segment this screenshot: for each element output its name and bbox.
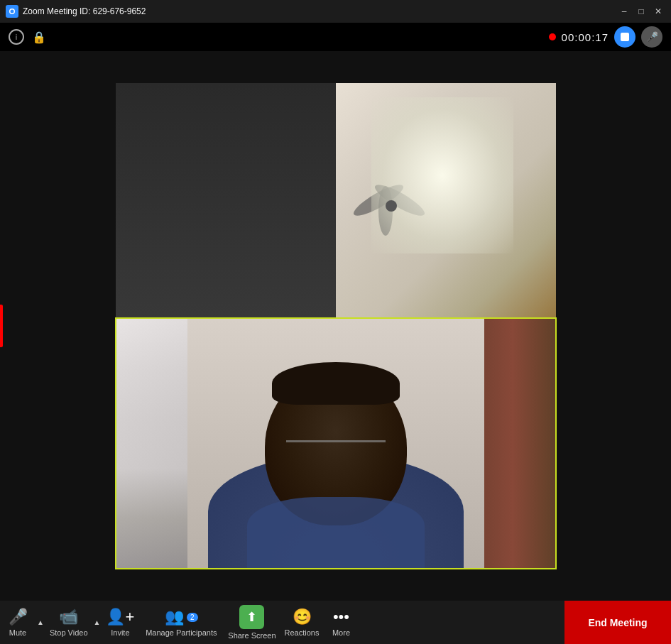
info-bar-right: 00:00:17 🎤	[549, 26, 662, 48]
zoom-logo	[6, 5, 18, 18]
local-video-feed	[115, 317, 557, 569]
participants-icon: 👥	[165, 608, 184, 626]
stop-recording-button[interactable]	[614, 26, 635, 48]
svg-point-2	[11, 10, 14, 13]
stop-video-label: Stop Video	[50, 628, 88, 637]
invite-button[interactable]: 👤+ Invite	[102, 601, 138, 644]
reactions-icon: 😊	[293, 608, 312, 626]
window-controls: – □ ✕	[617, 5, 665, 18]
stop-icon	[621, 33, 629, 41]
info-bar: i 🔒 00:00:17 🎤	[0, 23, 671, 51]
manage-participants-button[interactable]: 👥 2 Manage Participants	[138, 601, 224, 644]
mute-chevron[interactable]: ▲	[36, 601, 45, 644]
camera-icon: 📹	[59, 608, 78, 626]
reactions-button[interactable]: 😊 Reactions	[280, 601, 324, 644]
more-label: More	[332, 628, 350, 637]
close-button[interactable]: ✕	[651, 5, 665, 18]
meeting-timer: 00:00:17	[562, 31, 609, 43]
shirt	[247, 497, 425, 568]
end-meeting-label: End Meeting	[588, 617, 647, 628]
video-bg-left	[116, 83, 336, 317]
fan-center	[386, 200, 397, 212]
maximize-button[interactable]: □	[634, 5, 648, 18]
end-meeting-button[interactable]: End Meeting	[564, 601, 671, 644]
video-chevron[interactable]: ▲	[92, 601, 102, 644]
microphone-icon: 🎤	[646, 31, 658, 43]
invite-icon: 👤+	[106, 608, 134, 626]
reactions-label: Reactions	[285, 628, 320, 637]
window-light	[371, 97, 513, 253]
minimize-button[interactable]: –	[617, 5, 631, 18]
lock-icon: 🔒	[31, 29, 47, 45]
remote-video-feed	[116, 83, 556, 317]
share-screen-icon: ⬆	[239, 605, 264, 629]
mute-label: Mute	[9, 628, 26, 637]
manage-participants-label: Manage Participants	[146, 628, 217, 637]
share-screen-label: Share Screen	[228, 631, 276, 640]
share-screen-button[interactable]: ⬆ Share Screen	[224, 601, 280, 644]
title-bar: Zoom Meeting ID: 629-676-9652 – □ ✕	[0, 0, 671, 23]
invite-label: Invite	[111, 628, 129, 637]
audio-settings-button[interactable]: 🎤	[641, 26, 662, 48]
more-icon: •••	[333, 608, 349, 626]
info-icon[interactable]: i	[9, 29, 24, 45]
participants-count: 2	[187, 613, 198, 622]
info-bar-left: i 🔒	[9, 29, 47, 45]
hair	[272, 362, 400, 405]
title-bar-left: Zoom Meeting ID: 629-676-9652	[6, 5, 146, 18]
toolbar-left: 🎤 Mute ▲ 📹 Stop Video ▲ 👤+ Invite 👥 2 Ma…	[0, 601, 564, 644]
video-area	[0, 51, 671, 601]
window-title: Zoom Meeting ID: 629-676-9652	[23, 6, 146, 16]
left-indicator	[0, 305, 3, 347]
participants-icon-group: 👥 2	[165, 608, 198, 626]
toolbar: 🎤 Mute ▲ 📹 Stop Video ▲ 👤+ Invite 👥 2 Ma…	[0, 601, 671, 644]
video-container	[116, 83, 556, 569]
glasses	[286, 440, 386, 442]
mute-button[interactable]: 🎤 Mute	[0, 601, 36, 644]
more-button[interactable]: ••• More	[323, 601, 359, 644]
microphone-icon: 🎤	[9, 608, 28, 626]
recording-indicator	[549, 33, 556, 40]
stop-video-button[interactable]: 📹 Stop Video	[45, 601, 92, 644]
